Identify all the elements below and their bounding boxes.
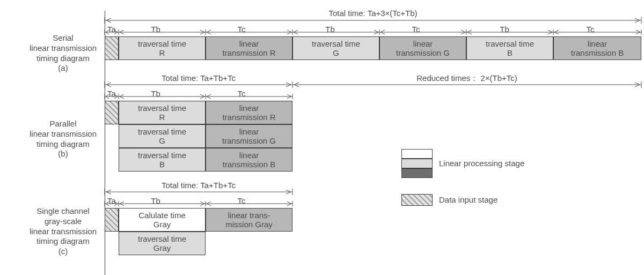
legend-data-input: Data input stage (439, 195, 497, 204)
svg-line-5 (635, 18, 640, 20)
total-label-c-text: Total time: Ta+Tb+Tc (162, 181, 236, 190)
svg-line-43 (548, 32, 552, 34)
tb1-label-a: Tb (140, 25, 172, 34)
tc-label-b: Tc (225, 89, 258, 98)
tc-label-c: Tc (225, 196, 258, 205)
svg-line-104 (207, 202, 211, 204)
svg-line-100 (200, 202, 204, 204)
lin-gray-block-c: linear trans-mission Gray (206, 208, 292, 232)
legend-data-input-text: Data input stage (439, 195, 497, 204)
svg-line-28 (294, 30, 298, 32)
svg-line-81 (287, 96, 291, 99)
trav-r-block-a: traversal timeR (119, 36, 206, 60)
section-c-title-text: Single channelgray-scalelinear transmiss… (30, 206, 97, 256)
section-c-title: Single channelgray-scalelinear transmiss… (21, 206, 105, 257)
svg-line-79 (207, 96, 211, 99)
dim-row-a (105, 32, 641, 33)
tc2-label-a: Tc (400, 25, 432, 34)
tb-label-c: Tb (140, 196, 172, 205)
svg-line-23 (207, 32, 211, 34)
svg-line-41 (467, 32, 472, 34)
trav-b-text-a: traversal timeB (486, 39, 534, 58)
svg-line-24 (287, 30, 291, 32)
tc2-text-a: Tc (412, 25, 420, 34)
trav-r-text-b: traversal timeR (138, 103, 186, 122)
svg-line-37 (461, 32, 465, 34)
svg-line-36 (461, 30, 465, 32)
tb3-label-a: Tb (488, 25, 521, 34)
svg-line-4 (106, 20, 111, 23)
lin-g-text-a: lineartransmission G (396, 39, 450, 58)
tb-label-b: Tb (140, 89, 172, 98)
reduced-label-b: Reduced times： 2×(Tb+Tc) (292, 73, 641, 84)
svg-line-47 (554, 32, 559, 34)
svg-line-55 (286, 83, 291, 85)
ta-text-a: Ta (107, 25, 116, 34)
svg-line-34 (380, 30, 385, 32)
tc-text-c: Tc (238, 196, 246, 205)
svg-line-30 (374, 30, 378, 32)
trav-b-text-b: traversal timeB (138, 151, 186, 169)
ta-text-c: Ta (107, 196, 116, 205)
svg-line-62 (635, 85, 640, 87)
dim-total-c (105, 192, 292, 192)
lin-b-block-a: lineartransmission B (553, 36, 641, 60)
total-label-a-text: Total time: Ta+3×(Tc+Tb) (328, 9, 417, 18)
svg-line-105 (207, 204, 211, 206)
tc3-label-a: Tc (574, 25, 606, 34)
svg-line-25 (287, 32, 291, 34)
ta-label-a: Ta (102, 25, 121, 34)
svg-line-56 (286, 85, 291, 87)
svg-line-85 (106, 190, 111, 192)
svg-line-101 (200, 204, 204, 206)
lin-b-block-b: lineartransmission B (206, 148, 292, 172)
svg-line-107 (287, 204, 291, 206)
svg-line-18 (200, 30, 204, 32)
lin-g-text-b: lineartransmission G (222, 127, 276, 146)
total-label-b-text: Total time: Ta+Tb+Tc (162, 73, 236, 83)
svg-line-54 (106, 85, 111, 87)
svg-line-87 (286, 190, 291, 192)
svg-line-31 (374, 32, 378, 34)
legend-swatch-dark (401, 168, 433, 178)
legend-swatch-light (401, 159, 433, 168)
lin-b-text-b: lineartransmission B (223, 151, 275, 169)
section-b-title-text: Parallellinear transmissiontiming diagra… (30, 119, 97, 158)
svg-line-78 (207, 94, 211, 96)
svg-line-40 (467, 30, 472, 32)
lin-g-block-a: lineartransmission G (379, 36, 466, 60)
ta-text-b: Ta (107, 89, 116, 98)
svg-line-48 (636, 30, 640, 32)
tb-text-c: Tb (151, 196, 160, 205)
ta-label-c: Ta (102, 196, 121, 205)
tc3-text-a: Tc (587, 25, 595, 34)
total-label-b: Total time: Ta+Tb+Tc (105, 73, 292, 83)
calc-gray-text-c: Calulate timeGray (138, 211, 186, 229)
section-b-title: Parallellinear transmissiontiming diagra… (21, 119, 105, 159)
legend-swatch-hatch (401, 194, 433, 206)
trav-gray-block-c: traversal timeGray (119, 232, 206, 255)
lin-r-text-b: lineartransmission R (222, 103, 275, 122)
tb1-text-a: Tb (151, 25, 160, 34)
legend-linear-text: Linear processing stage (439, 159, 524, 168)
ta-block-b (105, 101, 119, 124)
lin-b-text-a: lineartransmission B (571, 39, 624, 58)
trav-r-block-b: traversal timeR (119, 101, 206, 124)
lin-gray-text-c: linear trans-mission Gray (225, 211, 273, 229)
svg-line-60 (294, 85, 299, 87)
trav-gray-text-c: traversal timeGray (138, 234, 186, 253)
tc1-label-a: Tc (225, 25, 258, 34)
tc-text-b: Tc (238, 89, 246, 98)
svg-line-106 (287, 202, 291, 204)
tb3-text-a: Tb (500, 25, 509, 34)
tb2-label-a: Tb (314, 25, 346, 34)
trav-b-block-a: traversal timeB (466, 36, 553, 60)
dim-row-c (105, 204, 292, 204)
lin-r-text-a: lineartransmission R (222, 39, 275, 58)
trav-b-block-b: traversal timeB (119, 148, 206, 172)
ta-block-c (105, 208, 119, 232)
svg-line-29 (294, 32, 298, 34)
total-label-a: Total time: Ta+3×(Tc+Tb) (105, 9, 641, 18)
tb-text-b: Tb (151, 89, 160, 98)
legend-swatch-white (401, 149, 433, 159)
